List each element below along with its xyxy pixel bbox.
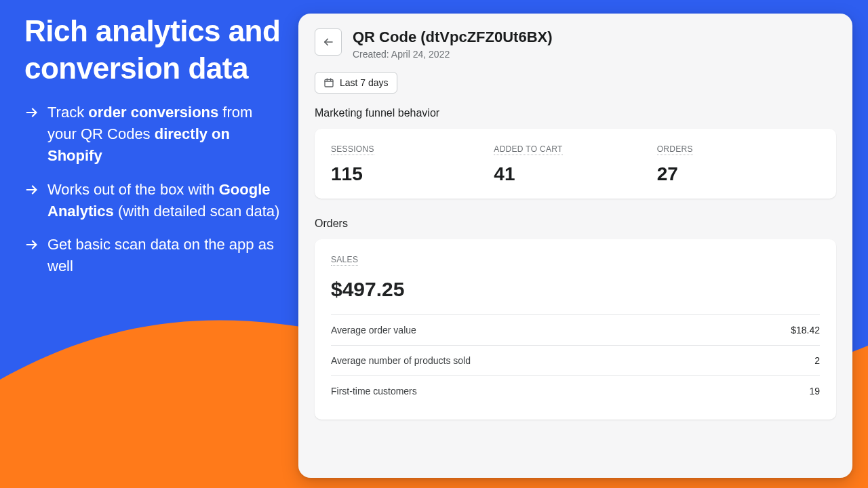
- row-value: 2: [814, 355, 820, 366]
- page-title: QR Code (dtVpcZFZ0Ut6BX): [353, 28, 553, 46]
- date-range-label: Last 7 days: [340, 77, 389, 88]
- bullet-text: Track order conversions from your QR Cod…: [47, 102, 282, 167]
- orders-card: SALES $497.25 Average order value $18.42…: [315, 239, 836, 420]
- created-date: Created: April 24, 2022: [353, 49, 553, 60]
- panel-header: QR Code (dtVpcZFZ0Ut6BX) Created: April …: [315, 28, 836, 60]
- funnel-metric-sessions: SESSIONS 115: [331, 142, 494, 185]
- marketing-copy: Rich analytics and conversion data Track…: [24, 12, 282, 289]
- calendar-icon: [323, 77, 334, 88]
- order-stat-row: First-time customers 19: [331, 375, 820, 406]
- analytics-panel: QR Code (dtVpcZFZ0Ut6BX) Created: April …: [298, 14, 852, 478]
- funnel-section-title: Marketing funnel behavior: [315, 107, 836, 119]
- svg-rect-4: [325, 79, 333, 87]
- funnel-card: SESSIONS 115 ADDED TO CART 41 ORDERS 27: [315, 129, 836, 199]
- order-stat-row: Average number of products sold 2: [331, 345, 820, 375]
- row-value: $18.42: [791, 325, 820, 336]
- metric-value: 115: [331, 163, 494, 185]
- arrow-right-icon: [24, 182, 39, 222]
- orders-section-title: Orders: [315, 218, 836, 230]
- metric-label: ORDERS: [657, 144, 693, 155]
- sales-label: SALES: [331, 255, 358, 266]
- row-label: First-time customers: [331, 386, 417, 396]
- row-value: 19: [809, 386, 820, 396]
- bullet-item: Track order conversions from your QR Cod…: [24, 102, 282, 167]
- marketing-bullets: Track order conversions from your QR Cod…: [24, 102, 282, 277]
- funnel-metric-added-to-cart: ADDED TO CART 41: [494, 142, 656, 185]
- arrow-right-icon: [24, 237, 39, 277]
- order-stat-row: Average order value $18.42: [331, 314, 820, 345]
- metric-label: SESSIONS: [331, 144, 374, 155]
- bullet-item: Works out of the box with Google Analyti…: [24, 179, 282, 222]
- metric-label: ADDED TO CART: [494, 144, 562, 155]
- bullet-text: Works out of the box with Google Analyti…: [47, 179, 282, 222]
- metric-value: 27: [657, 163, 820, 185]
- row-label: Average order value: [331, 325, 416, 336]
- sales-value: $497.25: [331, 278, 820, 301]
- arrow-left-icon: [322, 36, 334, 48]
- metric-value: 41: [494, 163, 656, 185]
- bullet-text: Get basic scan data on the app as well: [47, 234, 282, 277]
- date-range-picker[interactable]: Last 7 days: [315, 72, 397, 94]
- arrow-right-icon: [24, 104, 39, 167]
- funnel-metric-orders: ORDERS 27: [657, 142, 820, 185]
- title-block: QR Code (dtVpcZFZ0Ut6BX) Created: April …: [353, 28, 553, 60]
- bullet-item: Get basic scan data on the app as well: [24, 234, 282, 277]
- row-label: Average number of products sold: [331, 355, 471, 366]
- marketing-headline: Rich analytics and conversion data: [24, 12, 282, 87]
- back-button[interactable]: [315, 28, 342, 56]
